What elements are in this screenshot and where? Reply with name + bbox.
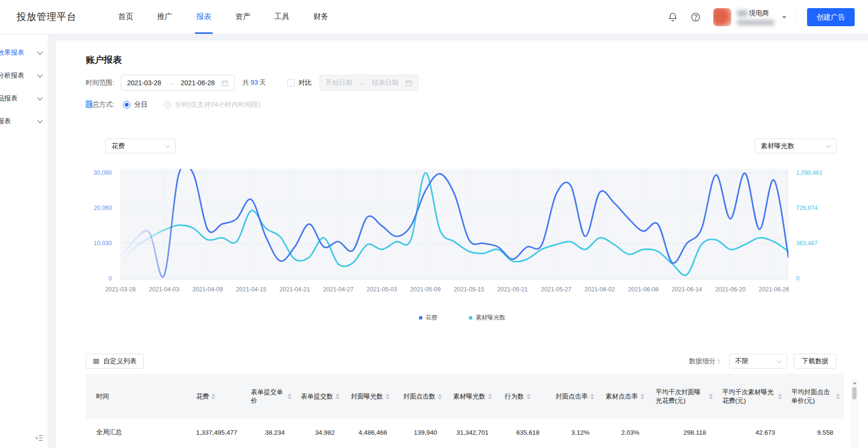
scrollbar-thumb[interactable] [852, 387, 857, 399]
column-label: 行为数 [505, 392, 524, 401]
radio-daily[interactable]: 分日 [123, 100, 148, 109]
column-header[interactable]: 平均千次素材曝光花费(元) [717, 374, 786, 419]
sidebar-item-analysis-report[interactable]: 分析报表 [0, 64, 48, 87]
table-cell: 全局汇总 [86, 419, 190, 446]
date-end-value[interactable]: 2021-06-28 [181, 79, 215, 87]
column-header[interactable]: 素材曝光数 [448, 374, 499, 419]
sidebar-items: 效果报表分析报表品报表报表 [0, 41, 48, 133]
nav-item-home[interactable]: 首页 [106, 0, 145, 34]
segment-select[interactable]: 不限 [729, 354, 787, 368]
sort-icon[interactable] [336, 394, 339, 399]
avatar[interactable] [713, 8, 731, 26]
date-start-value[interactable]: 2021-03-28 [127, 79, 161, 87]
column-label: 平均封面点击单价(元) [791, 388, 834, 405]
collapse-sidebar-icon[interactable] [35, 434, 44, 442]
compare-checkbox[interactable] [287, 79, 295, 87]
sort-icon[interactable] [386, 394, 389, 399]
table-cell: 9.558 [786, 419, 844, 446]
nav-item-tools[interactable]: 工具 [262, 0, 301, 34]
create-ad-button[interactable]: 创建广告 [807, 8, 855, 26]
nav-item-assets[interactable]: 资产 [223, 0, 262, 34]
blurred-text [737, 10, 748, 17]
sidebar-item-label: 效果报表 [0, 49, 24, 57]
x-axis-tick: 2021-05-15 [454, 286, 484, 293]
legend-item[interactable]: 花费 [419, 314, 438, 322]
sidebar-item-effect-report[interactable]: 效果报表 [0, 41, 48, 64]
sort-icon[interactable] [488, 394, 492, 399]
column-header[interactable]: 花费 [190, 374, 245, 419]
sort-icon[interactable] [438, 394, 442, 399]
sort-icon[interactable] [211, 394, 215, 399]
nav-item-finance[interactable]: 财务 [301, 0, 340, 34]
x-axis-tick: 2021-04-09 [192, 286, 223, 293]
scroll-up-button[interactable] [852, 379, 857, 387]
bell-icon[interactable] [668, 12, 678, 22]
sidebar-item-report[interactable]: 报表 [0, 110, 48, 133]
help-icon[interactable] [690, 12, 701, 22]
sort-icon[interactable] [640, 394, 644, 399]
column-header[interactable]: 素材点击率 [600, 374, 650, 419]
report-table: 时间花费表单提交单价表单提交数封面曝光数封面点击数素材曝光数行为数封面点击率素材… [86, 374, 844, 446]
sidebar-item-product-report[interactable]: 品报表 [0, 87, 48, 110]
compare-date-picker[interactable]: 开始日期 → 结束日期 [319, 75, 419, 91]
y-axis-tick: 0 [796, 275, 799, 282]
sidebar-item-label: 报表 [0, 117, 11, 126]
nav-item-report[interactable]: 报表 [184, 0, 223, 34]
date-range-label: 时间范围: [86, 79, 114, 87]
sort-icon[interactable] [778, 394, 782, 399]
legend-item[interactable]: 素材曝光数 [469, 314, 506, 322]
arrow-right-icon: → [359, 80, 365, 87]
x-axis-tick: 2021-06-08 [628, 286, 658, 293]
sort-icon[interactable] [527, 394, 530, 399]
x-axis-tick: 2021-04-15 [236, 286, 267, 293]
compare-label: 对比 [299, 79, 312, 87]
table-row[interactable]: 全局汇总1,337,495,47738.23434,9824,486,46613… [86, 419, 844, 446]
column-label: 封面点击率 [556, 392, 588, 401]
account-info[interactable]: 境电商 [737, 9, 774, 25]
selected-text: 汇 [86, 100, 92, 108]
column-header[interactable]: 封面曝光数 [345, 374, 398, 419]
line-chart-plot[interactable] [120, 169, 788, 280]
left-y-axis: 30,09020,06010,0300 [56, 169, 117, 280]
table-cell: 42.673 [717, 419, 786, 446]
column-header[interactable]: 表单提交单价 [245, 374, 295, 419]
y-axis-tick: 363,487 [796, 240, 818, 247]
nav-item-promote[interactable]: 推广 [145, 0, 184, 34]
chevron-down-icon[interactable] [782, 16, 787, 21]
chart-legend: 花费素材曝光数 [56, 314, 868, 322]
column-label: 平均千次素材曝光花费(元) [722, 388, 776, 405]
x-axis-tick: 2021-06-26 [759, 286, 789, 293]
table-scrollbar[interactable] [851, 379, 858, 448]
topbar-right: 境电商 创建广告 [668, 0, 868, 34]
column-header: 时间 [86, 374, 190, 419]
divider [796, 11, 797, 23]
left-metric-select[interactable]: 花费 [105, 139, 176, 153]
x-axis-tick: 2021-04-27 [323, 286, 354, 293]
column-header[interactable]: 封面点击数 [398, 374, 448, 419]
sort-icon[interactable] [836, 394, 840, 399]
sort-icon[interactable] [709, 394, 713, 399]
right-metric-select[interactable]: 素材曝光数 [755, 139, 837, 153]
sidebar-item-label: 分析报表 [0, 71, 24, 80]
blurred-subtext [737, 20, 774, 25]
chevron-down-icon [37, 118, 42, 123]
customize-columns-button[interactable]: 自定义列表 [86, 354, 144, 368]
x-axis-tick: 2021-04-21 [279, 286, 310, 293]
sort-icon[interactable] [590, 394, 594, 399]
total-days-value: 93 [249, 79, 259, 86]
column-header[interactable]: 封面点击率 [550, 374, 600, 419]
column-header[interactable]: 平均千次封面曝光花费(元) [650, 374, 717, 419]
column-header[interactable]: 表单提交数 [295, 374, 345, 419]
calendar-icon [405, 80, 412, 87]
x-axis-ticks: 2021-03-282021-04-032021-04-092021-04-15… [120, 286, 788, 295]
column-label: 封面曝光数 [351, 392, 383, 401]
sort-icon[interactable] [288, 394, 291, 399]
table-cell: 3.12% [550, 419, 600, 446]
legend-label: 素材曝光数 [476, 314, 506, 322]
column-header[interactable]: 行为数 [499, 374, 550, 419]
column-header[interactable]: 平均封面点击单价(元) [786, 374, 844, 419]
radio-hourly[interactable]: 分时(仅支持24小时内时间段) [164, 100, 260, 109]
download-data-button[interactable]: 下载数据 [794, 354, 837, 368]
y-axis-tick: 1,090,461 [796, 169, 823, 176]
date-range-picker[interactable]: 2021-03-28 → 2021-06-28 [121, 75, 235, 91]
